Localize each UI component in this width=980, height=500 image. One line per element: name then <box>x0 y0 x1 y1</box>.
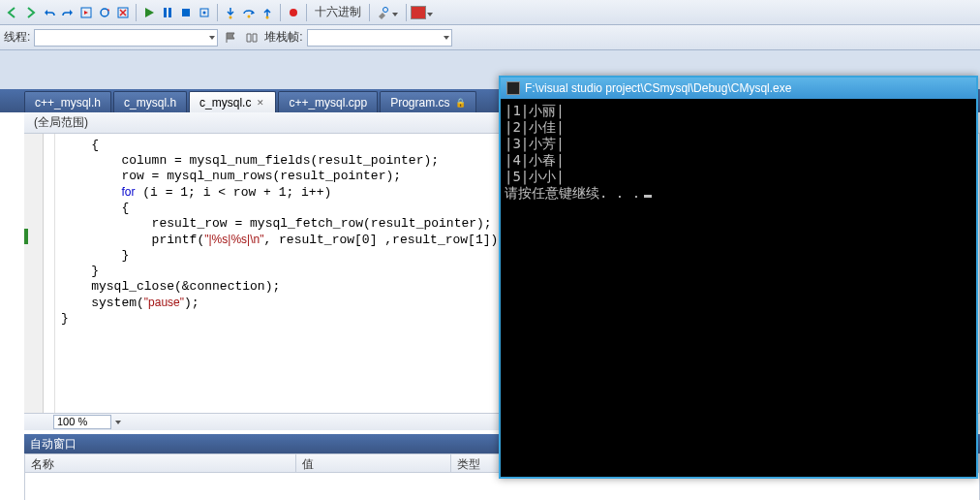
main-toolbar: 十六进制 <box>0 0 980 25</box>
separator <box>217 4 218 21</box>
tab-close-icon[interactable]: ✕ <box>256 98 265 108</box>
tab-cpp-mysql-h[interactable]: c++_mysql.h <box>24 91 111 112</box>
svg-point-6 <box>203 11 206 14</box>
stop-icon[interactable] <box>177 4 195 21</box>
editor-outline[interactable] <box>44 134 55 413</box>
show-next-icon[interactable] <box>77 4 95 21</box>
svg-point-7 <box>230 16 232 18</box>
breakpoint-icon[interactable] <box>285 4 302 21</box>
color-dropdown[interactable] <box>427 6 437 19</box>
nav-back-icon[interactable] <box>4 4 21 21</box>
console-title-text: F:\visual studio project\CSmysql\Debug\C… <box>525 81 791 95</box>
tab-label: c_mysql.h <box>124 96 176 109</box>
step-out-icon[interactable] <box>259 4 276 21</box>
svg-point-10 <box>290 9 297 16</box>
thread-dropdown[interactable] <box>34 29 218 47</box>
tab-c-mysql-c[interactable]: c_mysql.c✕ <box>189 91 276 112</box>
console-app-icon <box>506 81 520 95</box>
scope-dropdown[interactable]: (全局范围) <box>34 114 88 131</box>
tab-c-mysql-h[interactable]: c_mysql.h <box>113 91 187 112</box>
redo-icon[interactable] <box>59 4 77 21</box>
console-output: |1|小丽| |2|小佳| |3|小芳| |4|小春| |5|小小| 请按任意键… <box>501 99 976 205</box>
col-value[interactable]: 值 <box>296 454 451 472</box>
lock-icon: 🔒 <box>455 98 466 108</box>
tab-label: c++_mysql.cpp <box>289 96 367 109</box>
color-picker[interactable] <box>411 6 426 19</box>
step-over-icon[interactable] <box>240 4 258 21</box>
undo-icon[interactable] <box>41 4 58 21</box>
svg-rect-4 <box>182 9 190 16</box>
tool-dropdown[interactable] <box>392 6 402 19</box>
debug-location-toolbar: 线程: 堆栈帧: <box>0 25 980 50</box>
tab-program-cs[interactable]: Program.cs🔒 <box>380 91 475 112</box>
separator <box>136 4 137 21</box>
stackframe-dropdown[interactable] <box>307 29 452 47</box>
thread-label: 线程: <box>4 29 30 46</box>
console-window[interactable]: F:\visual studio project\CSmysql\Debug\C… <box>499 76 978 479</box>
separator <box>369 4 370 21</box>
separator <box>306 4 307 21</box>
tool-icon[interactable] <box>374 4 391 21</box>
svg-point-9 <box>266 16 269 18</box>
svg-rect-3 <box>168 8 171 17</box>
hex-toggle[interactable]: 十六进制 <box>311 4 365 20</box>
flag-icon[interactable] <box>222 29 239 47</box>
separator <box>280 4 281 21</box>
restart-icon[interactable] <box>196 4 213 21</box>
change-marker <box>24 229 28 244</box>
svg-point-11 <box>383 7 388 12</box>
zoom-dropdown[interactable]: 100 % <box>53 415 111 429</box>
pause-icon[interactable] <box>159 4 176 21</box>
threads-icon[interactable] <box>243 29 260 47</box>
tab-cpp-mysql-cpp[interactable]: c++_mysql.cpp <box>278 91 378 112</box>
play-icon[interactable] <box>140 4 158 21</box>
cancel-icon[interactable] <box>114 4 132 21</box>
svg-rect-2 <box>164 8 167 17</box>
tab-label: c++_mysql.h <box>35 96 101 109</box>
col-name[interactable]: 名称 <box>25 454 296 472</box>
console-titlebar[interactable]: F:\visual studio project\CSmysql\Debug\C… <box>501 78 976 99</box>
separator <box>406 4 407 21</box>
nav-fwd-icon[interactable] <box>22 4 40 21</box>
tab-label: c_mysql.c <box>199 96 251 109</box>
zoom-arrow-icon[interactable] <box>115 421 121 424</box>
svg-point-8 <box>248 15 251 17</box>
editor-margin[interactable] <box>24 134 44 413</box>
tab-label: Program.cs <box>390 96 449 109</box>
stackframe-label: 堆栈帧: <box>264 29 302 46</box>
refresh-icon[interactable] <box>96 4 113 21</box>
step-into-icon[interactable] <box>222 4 239 21</box>
